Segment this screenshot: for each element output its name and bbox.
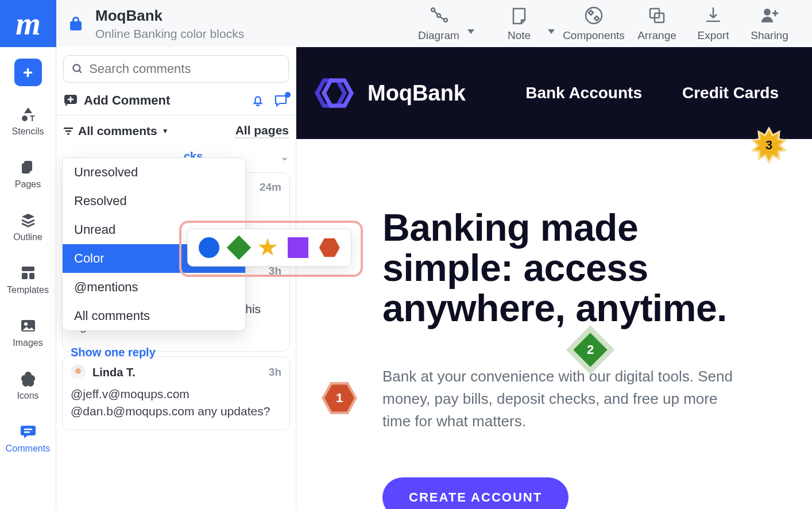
add-comment-label: Add Comment xyxy=(84,93,170,108)
comment-marker-2[interactable]: 2 xyxy=(575,335,605,365)
search-icon xyxy=(72,63,83,75)
comment-marker-1[interactable]: 1 xyxy=(324,383,354,413)
comment-card[interactable]: Linda T. 3h @jeff.v@moqups.com @dan.b@mo… xyxy=(62,356,290,430)
hero-title: Banking made simple: access anywhere, an… xyxy=(382,208,733,329)
action-components-label: Components xyxy=(563,29,625,42)
color-swatch-purple[interactable] xyxy=(288,237,308,258)
action-arrange-label: Arrange xyxy=(637,29,676,42)
bell-icon[interactable] xyxy=(251,94,265,107)
cta-create-account[interactable]: CREATE ACCOUNT xyxy=(382,477,569,509)
dropdown-item-mentions[interactable]: @mentions xyxy=(63,273,245,302)
mock-brand: MoqBank xyxy=(314,77,466,109)
hero-body: Bank at your convenience with our digita… xyxy=(382,365,733,433)
sidebar-item-comments[interactable]: Comments xyxy=(0,421,56,456)
comment-marker-3[interactable]: 3 xyxy=(754,130,784,160)
top-actions: Diagram Note Components Arrange Export S… xyxy=(399,5,812,42)
action-components[interactable]: Components xyxy=(559,5,628,42)
chevron-down-icon xyxy=(467,29,474,34)
filter-scope[interactable]: All pages xyxy=(235,124,289,138)
nav-bank-accounts[interactable]: Bank Accounts xyxy=(525,84,642,102)
dropdown-item-unresolved[interactable]: Unresolved xyxy=(63,158,245,187)
action-note[interactable]: Note xyxy=(479,5,559,42)
mock-brand-name: MoqBank xyxy=(368,81,466,106)
action-export[interactable]: Export xyxy=(686,5,741,42)
action-note-label: Note xyxy=(508,29,531,42)
svg-point-14 xyxy=(24,322,28,326)
canvas[interactable]: MoqBank Bank Accounts Credit Cards Banki… xyxy=(296,47,812,509)
action-diagram-label: Diagram xyxy=(418,29,459,42)
project-title[interactable]: MoqBank xyxy=(95,7,244,25)
action-sharing-label: Sharing xyxy=(751,29,788,42)
search-input[interactable] xyxy=(63,55,289,83)
comment-time: 3h xyxy=(269,366,281,379)
marker-label: 2 xyxy=(587,342,594,357)
nav-credit-cards[interactable]: Credit Cards xyxy=(682,84,779,102)
lock-icon[interactable] xyxy=(56,16,95,32)
chevron-down-icon[interactable]: ⌄ xyxy=(280,151,289,163)
avatar xyxy=(71,365,86,380)
project-subtitle[interactable]: Online Banking color blocks xyxy=(95,27,244,41)
comment-author: Linda T. xyxy=(92,366,135,379)
sidebar-item-label: Pages xyxy=(15,179,41,190)
marker-label: 3 xyxy=(765,138,772,153)
marker-label: 1 xyxy=(336,391,343,406)
mock-header: MoqBank Bank Accounts Credit Cards xyxy=(296,47,812,139)
app-logo[interactable]: m xyxy=(0,0,56,47)
add-button[interactable]: + xyxy=(14,59,42,86)
color-swatch-green[interactable] xyxy=(226,236,250,260)
svg-rect-9 xyxy=(22,163,30,173)
chevron-down-icon xyxy=(548,29,555,34)
search-field[interactable] xyxy=(89,61,280,76)
filter-label: All comments xyxy=(78,124,157,138)
mock-hero: Banking made simple: access anywhere, an… xyxy=(296,139,733,509)
svg-rect-19 xyxy=(64,128,73,129)
sidebar-item-images[interactable]: Images xyxy=(0,315,56,350)
comment-text: @jeff.v@moqups.com @dan.b@moqups.com any… xyxy=(71,385,281,421)
svg-point-2 xyxy=(444,18,447,22)
action-arrange[interactable]: Arrange xyxy=(628,5,686,42)
dropdown-item-resolved[interactable]: Resolved xyxy=(63,187,245,215)
svg-rect-11 xyxy=(22,273,28,279)
dropdown-item-all[interactable]: All comments xyxy=(63,302,245,330)
color-swatch-yellow[interactable] xyxy=(258,238,277,257)
add-comment-button[interactable]: Add Comment xyxy=(63,93,170,108)
action-diagram[interactable]: Diagram xyxy=(399,5,479,42)
chat-settings-icon[interactable] xyxy=(274,94,289,107)
brand-logo-icon xyxy=(314,77,355,109)
svg-rect-20 xyxy=(65,130,71,132)
svg-rect-10 xyxy=(22,267,34,271)
sidebar-item-stencils[interactable]: T Stencils xyxy=(0,103,56,139)
sidebar-item-label: Comments xyxy=(6,444,50,454)
comment-time: 24m xyxy=(260,181,281,194)
svg-rect-21 xyxy=(67,133,69,135)
sidebar-item-outline[interactable]: Outline xyxy=(0,209,56,245)
left-sidebar: + T Stencils Pages Outline Templates Ima… xyxy=(0,47,56,509)
svg-rect-12 xyxy=(29,273,34,279)
svg-rect-15 xyxy=(24,429,32,430)
topbar: m MoqBank Online Banking color blocks Di… xyxy=(0,0,812,47)
sidebar-item-label: Outline xyxy=(13,232,42,242)
color-swatch-orange[interactable] xyxy=(319,237,340,258)
add-comment-icon xyxy=(63,93,78,108)
action-sharing[interactable]: Sharing xyxy=(741,5,798,42)
color-swatch-blue[interactable] xyxy=(199,237,219,258)
sidebar-item-icons[interactable]: Icons xyxy=(0,368,56,403)
sidebar-item-templates[interactable]: Templates xyxy=(0,262,56,298)
svg-text:T: T xyxy=(30,114,35,123)
chevron-down-icon: ▼ xyxy=(162,127,169,135)
filter-dropdown-trigger[interactable]: All comments ▼ xyxy=(63,124,169,138)
color-popover xyxy=(187,229,351,267)
filter-icon xyxy=(63,126,74,136)
sidebar-item-label: Icons xyxy=(17,391,38,401)
sidebar-item-label: Templates xyxy=(7,285,49,295)
mock-nav: Bank Accounts Credit Cards xyxy=(525,84,779,102)
action-export-label: Export xyxy=(698,29,729,42)
svg-rect-16 xyxy=(24,431,30,433)
svg-point-5 xyxy=(764,9,771,16)
svg-point-17 xyxy=(74,64,80,71)
svg-point-6 xyxy=(22,115,28,121)
sidebar-item-label: Images xyxy=(13,338,42,348)
sidebar-item-pages[interactable]: Pages xyxy=(0,156,56,192)
show-replies-link[interactable]: Show one reply xyxy=(71,346,281,359)
title-block: MoqBank Online Banking color blocks xyxy=(95,7,244,41)
